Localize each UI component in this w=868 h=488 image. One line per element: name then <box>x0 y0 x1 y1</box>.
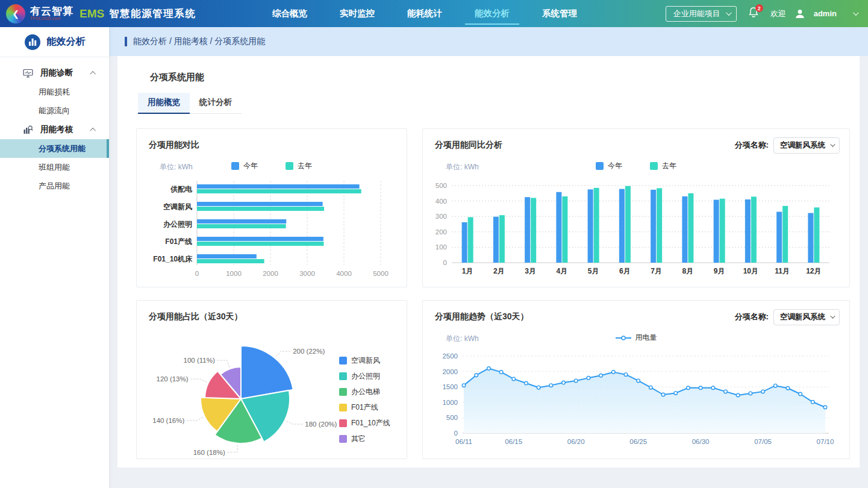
unit-label: 单位: kWh <box>160 162 193 172</box>
legend-swatch <box>339 388 347 396</box>
tab-bar: 用能概览统计分析 <box>138 93 242 114</box>
chart-audit-icon <box>23 125 33 134</box>
app-title: 智慧能源管理系统 <box>109 7 196 20</box>
svg-text:5月: 5月 <box>588 267 599 275</box>
legend-item[interactable]: F01产线 <box>339 399 390 415</box>
svg-text:200 (22%): 200 (22%) <box>293 348 325 355</box>
svg-text:06/11: 06/11 <box>455 438 472 445</box>
chevron-down-icon <box>726 10 732 16</box>
svg-text:120 (13%): 120 (13%) <box>157 375 189 383</box>
legend-item[interactable]: F01_10产线 <box>339 415 390 431</box>
breadcrumb: 能效分析 / 用能考核 / 分项系统用能 <box>109 27 868 56</box>
brand-name: 有云智算 <box>30 6 73 16</box>
svg-text:9月: 9月 <box>714 267 725 275</box>
legend-swatch <box>286 162 293 170</box>
svg-text:180 (20%): 180 (20%) <box>305 421 337 428</box>
nav-item-2[interactable]: 能耗统计 <box>405 0 445 27</box>
legend-item[interactable]: 用电量 <box>616 333 657 343</box>
username[interactable]: admin <box>814 9 837 18</box>
legend-swatch <box>596 162 604 170</box>
legend-swatch <box>339 357 347 364</box>
sidebar-group-label: 用能考核 <box>40 124 73 135</box>
chevron-up-icon <box>90 127 96 133</box>
svg-text:4月: 4月 <box>557 267 568 275</box>
legend-swatch <box>231 162 239 170</box>
sidebar-menu: 用能诊断用能损耗能源流向用能考核分项系统用能班组用能产品用能 <box>0 57 109 195</box>
svg-text:3月: 3月 <box>525 267 536 275</box>
legend-swatch <box>339 404 347 411</box>
tab-1[interactable]: 统计分析 <box>190 93 242 113</box>
nav-item-1[interactable]: 实时监控 <box>337 0 377 27</box>
legend-item[interactable]: 办公电梯 <box>339 384 390 399</box>
svg-text:06/25: 06/25 <box>629 438 647 445</box>
legend-item[interactable]: 办公照明 <box>339 368 390 384</box>
sidebar-item-1-0[interactable]: 分项系统用能 <box>0 139 109 158</box>
svg-text:0: 0 <box>195 270 199 277</box>
legend-yoy: 今年去年 <box>423 157 849 171</box>
sidebar-group-1[interactable]: 用能考核 <box>0 120 109 139</box>
brand: ❮ 有云智算 TFOLOUD.com EMS 智慧能源管理系统 <box>0 4 270 23</box>
nav-item-3[interactable]: 能效分析 <box>472 0 512 27</box>
nav-item-0[interactable]: 综合概览 <box>270 0 310 27</box>
nav-item-4[interactable]: 系统管理 <box>540 0 579 27</box>
legend-item[interactable]: 其它 <box>339 431 390 446</box>
legend-item[interactable]: 去年 <box>286 161 312 171</box>
breadcrumb-text[interactable]: 能效分析 / 用能考核 / 分项系统用能 <box>133 36 265 47</box>
panel-compare-title: 分项用能对比 <box>149 140 199 151</box>
brand-domain: TFOLOUD.com <box>30 17 73 21</box>
notification-badge: 2 <box>755 4 763 12</box>
sidebar: 能效分析 用能诊断用能损耗能源流向用能考核分项系统用能班组用能产品用能 <box>0 27 109 488</box>
svg-text:100: 100 <box>436 243 447 251</box>
sidebar-header: 能效分析 <box>0 27 109 57</box>
svg-text:1000: 1000 <box>442 399 458 406</box>
svg-text:1000: 1000 <box>226 270 242 277</box>
panel-share-title: 分项用能占比（近30天） <box>149 311 243 322</box>
sidebar-group-label: 用能诊断 <box>40 67 73 78</box>
panel-yoy-title: 分项用能同比分析 <box>435 140 502 151</box>
tab-0[interactable]: 用能概览 <box>138 93 190 114</box>
legend-swatch <box>650 162 658 170</box>
panel-trend: 分项用能趋势（近30天） 分项名称: 空调新风系统 单位: kWh 用电量 <box>422 300 850 459</box>
svg-text:供配电: 供配电 <box>170 185 193 193</box>
vbar-chart: 01002003004005001月2月3月4月5月6月7月8月9月10月11月… <box>423 177 838 281</box>
subsystem-select-trend-value: 空调新风系统 <box>780 312 825 322</box>
panel-share: 分项用能占比（近30天） 200 (22%)180 (20%)160 (18%)… <box>136 300 407 459</box>
legend-item[interactable]: 空调新风 <box>339 352 390 368</box>
sidebar-group-0[interactable]: 用能诊断 <box>0 63 109 83</box>
panel-yoy: 分项用能同比分析 分项名称: 空调新风系统 单位: kWh 今年去年 <box>422 128 850 287</box>
svg-text:200: 200 <box>436 228 447 236</box>
user-menu-chevron-icon[interactable] <box>853 10 859 16</box>
avatar-icon[interactable] <box>794 8 806 20</box>
legend-item[interactable]: 去年 <box>650 161 676 171</box>
sidebar-item-1-1[interactable]: 班组用能 <box>0 158 109 177</box>
main-card: 分项系统用能 用能概览统计分析 分项用能对比 单位: kWh 今年去年 0100… <box>117 56 860 468</box>
sidebar-title: 能效分析 <box>47 36 86 48</box>
sidebar-item-0-0[interactable]: 用能损耗 <box>0 83 109 101</box>
filter-label: 分项名称: <box>735 311 769 322</box>
filter-label: 分项名称: <box>735 140 769 151</box>
project-select[interactable]: 企业用能项目 <box>666 6 737 22</box>
hbar-chart: 010002000300040005000供配电空调新风办公照明F01产线F01… <box>137 177 402 281</box>
svg-text:06/20: 06/20 <box>567 438 585 445</box>
sidebar-item-0-1[interactable]: 能源流向 <box>0 101 109 120</box>
subsystem-select-trend[interactable]: 空调新风系统 <box>773 309 840 325</box>
svg-text:10月: 10月 <box>743 267 758 275</box>
svg-text:06/30: 06/30 <box>692 438 710 445</box>
svg-text:11月: 11月 <box>775 267 790 275</box>
svg-text:2000: 2000 <box>263 270 278 277</box>
sidebar-item-1-2[interactable]: 产品用能 <box>0 177 109 195</box>
legend-swatch <box>339 419 347 427</box>
line-chart: 0500100015002000250006/1106/1506/2006/25… <box>423 349 838 450</box>
topbar-right: 企业用能项目 2 欢迎 admin <box>666 6 868 22</box>
legend-item[interactable]: 今年 <box>231 161 258 171</box>
svg-text:0: 0 <box>443 259 447 266</box>
subsystem-select-yoy-value: 空调新风系统 <box>780 140 825 151</box>
notification-button[interactable]: 2 <box>748 7 759 20</box>
svg-text:7月: 7月 <box>651 267 662 275</box>
legend-item[interactable]: 今年 <box>596 161 622 171</box>
chevron-up-icon <box>90 70 96 77</box>
svg-text:3000: 3000 <box>299 270 315 277</box>
subsystem-select-yoy[interactable]: 空调新风系统 <box>773 137 840 154</box>
chevron-down-icon <box>830 142 835 146</box>
svg-text:300: 300 <box>436 213 447 220</box>
